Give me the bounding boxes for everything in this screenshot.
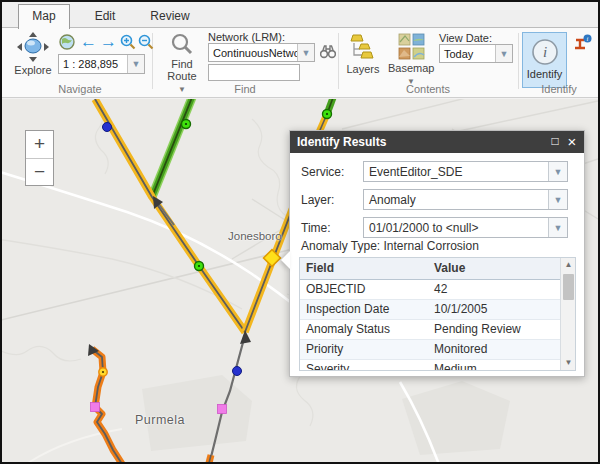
svg-text:i: i [587, 35, 589, 42]
panel-callout-pointer [281, 251, 290, 269]
explore-pan-icon [17, 52, 49, 64]
full-extent-globe-icon[interactable] [59, 34, 75, 54]
anomaly-type-text: Anomaly Type: Internal Corrosion [301, 239, 479, 253]
maximize-icon[interactable]: □ [546, 131, 564, 153]
tab-review[interactable]: Review [140, 5, 200, 28]
scroll-up-icon[interactable]: ▲ [561, 258, 576, 272]
forward-extent-arrow-icon[interactable]: → [100, 32, 117, 52]
tab-map[interactable]: Map [18, 4, 70, 29]
close-icon[interactable]: × [563, 131, 581, 153]
time-label: Time: [301, 221, 331, 235]
basemap-label: Basemap [388, 62, 434, 74]
table-cell: Pending Review [428, 319, 562, 339]
network-value: ContinuousNetwork [209, 47, 297, 59]
table-cell: Severity [300, 359, 428, 371]
binoculars-icon[interactable] [320, 44, 336, 63]
table-cell: Medium [428, 359, 562, 371]
chevron-down-icon[interactable]: ▼ [297, 44, 314, 61]
service-value: EventEditor_SDE [364, 165, 548, 179]
panel-title-bar[interactable]: Identify Results □ × [290, 131, 584, 153]
explore-label: Explore [10, 64, 56, 76]
table-row[interactable]: Anomaly StatusPending Review [300, 319, 562, 339]
map-canvas[interactable]: Jonesboro Purmela + − Identify Results □… [2, 99, 598, 464]
blue-point-marker [233, 367, 242, 376]
table-row[interactable]: Inspection Date10/1/2005 [300, 299, 562, 319]
table-header-row: Field Value [300, 258, 562, 279]
route-search-input[interactable] [208, 64, 300, 81]
layer-combobox[interactable]: Anomaly ▼ [363, 189, 568, 210]
group-separator [338, 33, 339, 89]
table-cell: 42 [428, 279, 562, 299]
map-zoom-in-button[interactable]: + [26, 131, 53, 158]
table-row[interactable]: SeverityMedium [300, 359, 562, 371]
view-date-value: Today [440, 48, 495, 60]
scroll-down-icon[interactable]: ▼ [561, 356, 576, 370]
service-label: Service: [301, 165, 344, 179]
identify-label: Identify [527, 68, 562, 80]
basemap-button[interactable]: Basemap ▼ [388, 33, 434, 86]
layers-button[interactable]: Layers [344, 33, 382, 75]
town-label-purmela: Purmela [135, 413, 185, 427]
scrollbar-thumb[interactable] [563, 274, 574, 300]
tab-edit[interactable]: Edit [80, 5, 130, 28]
svg-text:i: i [542, 44, 546, 60]
pink-marker [218, 405, 227, 414]
contents-group-label: Contents [338, 83, 518, 95]
map-scale-value: 1 : 288,895 [59, 58, 127, 70]
zoom-in-icon[interactable] [120, 34, 136, 54]
find-group-label: Find [152, 83, 338, 95]
pink-marker [91, 403, 100, 412]
basemap-icon [398, 50, 425, 62]
identify-icon: i [531, 38, 559, 68]
table-scrollbar[interactable]: ▲ ▼ [560, 258, 575, 370]
layer-value: Anomaly [364, 193, 548, 207]
layers-label: Layers [344, 63, 382, 75]
table-cell: Priority [300, 339, 428, 359]
group-separator [518, 33, 519, 89]
panel-title: Identify Results [297, 135, 386, 149]
table-cell: Monitored [428, 339, 562, 359]
identify-button[interactable]: i Identify [522, 32, 567, 88]
value-column-header: Value [428, 258, 562, 279]
field-column-header: Field [300, 258, 428, 279]
table-cell: OBJECTID [300, 279, 428, 299]
layer-label: Layer: [301, 193, 334, 207]
view-date-label: View Date: [439, 32, 492, 44]
service-combobox[interactable]: EventEditor_SDE ▼ [363, 161, 568, 182]
identify-results-panel: Identify Results □ × Service: EventEdito… [289, 130, 585, 377]
attributes-table: Field Value OBJECTID42Inspection Date10/… [299, 257, 576, 371]
time-value: 01/01/2000 to <null> [364, 221, 548, 235]
table-row[interactable]: PriorityMonitored [300, 339, 562, 359]
find-route-magnifier-icon [170, 46, 194, 58]
ribbon: Explore ← → 1 : 288,895 ▼ [2, 28, 598, 98]
table-cell: Anomaly Status [300, 319, 428, 339]
back-extent-arrow-icon[interactable]: ← [80, 32, 97, 52]
find-route-label-1: Find [162, 58, 202, 70]
view-date-combobox[interactable]: Today ▼ [439, 44, 513, 63]
map-scale-combobox[interactable]: 1 : 288,895 ▼ [58, 54, 145, 74]
chevron-down-icon[interactable]: ▼ [127, 55, 144, 73]
chevron-down-icon[interactable]: ▼ [548, 162, 567, 181]
find-route-label-2: Route [162, 70, 202, 82]
network-combobox[interactable]: ContinuousNetwork ▼ [208, 43, 315, 62]
table-row[interactable]: OBJECTID42 [300, 279, 562, 299]
table-cell: Inspection Date [300, 299, 428, 319]
chevron-down-icon[interactable]: ▼ [495, 45, 512, 62]
network-lrm-label: Network (LRM): [208, 31, 285, 43]
chevron-down-icon[interactable]: ▼ [548, 190, 567, 209]
time-combobox[interactable]: 01/01/2000 to <null> ▼ [363, 217, 568, 238]
navigate-group-label: Navigate [10, 83, 150, 95]
identify-route-location-icon[interactable]: i [573, 34, 593, 56]
ribbon-tab-bar: Map Edit Review [2, 2, 598, 28]
town-label-jonesboro: Jonesboro [228, 230, 282, 242]
map-zoom-control: + − [25, 130, 54, 186]
table-cell: 10/1/2005 [428, 299, 562, 319]
zoom-out-icon[interactable] [138, 34, 154, 54]
map-zoom-out-button[interactable]: − [26, 158, 53, 185]
blue-point-marker [103, 123, 112, 132]
identify-group-label: Identify [518, 83, 600, 95]
chevron-down-icon[interactable]: ▼ [548, 218, 567, 237]
app-window: Map Edit Review Explore [0, 0, 600, 464]
explore-button[interactable]: Explore [10, 32, 56, 76]
layers-icon [350, 51, 376, 63]
